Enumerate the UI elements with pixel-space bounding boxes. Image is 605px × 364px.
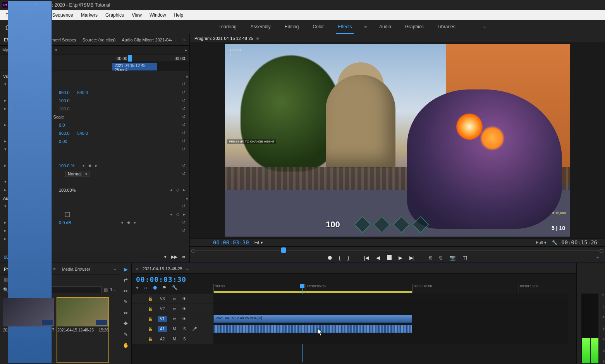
a2-mute[interactable]: M (172, 337, 177, 341)
af-v[interactable]: 0.00 (59, 139, 67, 144)
ec-play-icon[interactable]: ▸ (185, 48, 187, 53)
a2-lock-icon[interactable]: 🔓 (148, 337, 153, 341)
anchor-y[interactable]: 540.0 (77, 131, 88, 136)
bypass-prev-kf[interactable]: ◂ (170, 212, 172, 217)
track-body-v1[interactable]: 2021-04-15 12-48-25.mp4 [V] (213, 314, 568, 324)
reset-uniform[interactable] (182, 114, 186, 119)
v2-eye-icon[interactable]: 👁 (182, 307, 187, 311)
workspace-learning[interactable]: Learning (217, 20, 238, 34)
workspace-effects[interactable]: Effects (336, 20, 353, 34)
menu-help[interactable]: Help (170, 12, 187, 18)
bypass-checkbox[interactable] (65, 212, 70, 217)
tab-audio-mixer[interactable]: Audio Clip Mixer: 2021-04- (122, 38, 172, 42)
a1-lock-icon[interactable]: 🔓 (148, 327, 153, 331)
stop-button[interactable] (387, 255, 392, 260)
opacity-prev-kf[interactable]: ◂ (82, 163, 84, 168)
track-body-v2[interactable] (213, 304, 568, 314)
twist-panner[interactable]: ▸ (3, 236, 8, 241)
track-a2[interactable]: A2 (158, 336, 167, 342)
v3-lock-icon[interactable]: 🔓 (148, 297, 153, 301)
workspace-editing[interactable]: Editing (283, 20, 301, 34)
pen-tool[interactable]: ✥ (122, 320, 129, 327)
opacity-add-kf[interactable]: ◆ (88, 163, 91, 168)
slip-tool[interactable]: ⇔ (122, 309, 129, 316)
reset-volume[interactable] (182, 204, 186, 209)
tl-settings-icon[interactable]: ⚑ (162, 285, 167, 290)
tl-link-icon[interactable]: ∩ (144, 285, 148, 290)
program-scrubber[interactable] (190, 247, 605, 253)
program-scrub-head[interactable] (281, 247, 286, 253)
workspace-assembly[interactable]: Assembly (249, 20, 272, 34)
menu-view[interactable]: View (128, 12, 146, 18)
new-bin-icon[interactable]: ▥ (104, 287, 108, 292)
menu-graphics[interactable]: Graphics (101, 12, 128, 18)
selection-tool[interactable]: ▶ (122, 266, 129, 273)
workspace-libraries[interactable]: Libraries (436, 20, 457, 34)
sequence-burger-icon[interactable]: ≡ (186, 266, 189, 271)
v2-sync[interactable]: ▭ (172, 307, 177, 311)
reset-rotation[interactable] (182, 122, 186, 127)
v1-eye-icon[interactable]: 👁 (182, 317, 187, 321)
type-tool[interactable]: ✋ (122, 342, 129, 349)
a2-solo[interactable]: S (182, 337, 187, 341)
track-body-v3[interactable] (213, 294, 568, 304)
position-x[interactable]: 960.0 (59, 90, 70, 95)
rotation-v[interactable]: 0.0 (59, 123, 65, 127)
timeline-ruler[interactable]: :00:00 00:00:05:00 00:00:10:00 00:00:15:… (213, 284, 568, 293)
ripple-tool[interactable]: ✂ (122, 287, 129, 294)
extract-icon[interactable]: ⎗ (439, 255, 442, 261)
level-add-kf[interactable]: ◆ (127, 220, 130, 225)
bypass-next-kf[interactable]: ▸ (183, 212, 186, 217)
speed-v[interactable]: 100.00% (59, 188, 76, 192)
reset-af[interactable] (182, 139, 186, 144)
ec-mini-playhead[interactable] (128, 55, 132, 62)
speed-add-kf[interactable]: ◇ (176, 187, 179, 192)
level-v[interactable]: 0.0 dB (59, 220, 71, 225)
step-back-icon[interactable]: ◀ (376, 255, 380, 261)
hand-tool[interactable]: ✎ (122, 331, 129, 338)
project-burger-icon[interactable]: ≡ (53, 267, 55, 271)
out-icon[interactable]: } (347, 255, 349, 261)
blend-mode-select[interactable]: Normal (65, 171, 89, 177)
workspace-audio[interactable]: Audio (378, 20, 393, 34)
v1-sync[interactable]: ▭ (172, 317, 177, 321)
v1-lock-icon[interactable]: 🔓 (148, 317, 153, 321)
reset-scale-width[interactable] (182, 106, 186, 111)
opacity-v[interactable]: 100.0 % (59, 163, 74, 168)
lift-icon[interactable]: ⎘ (429, 255, 432, 261)
ec-mini-ruler[interactable]: :00:00 00:00: (112, 55, 189, 62)
twist-motion[interactable]: ▾ (3, 82, 8, 87)
bin-item-clip[interactable]: 2021-04-15 12-48-2515:26 (57, 298, 108, 362)
program-zoom-select[interactable]: Fit ▾ (254, 240, 263, 245)
bypass-add-kf[interactable]: ◇ (176, 212, 179, 217)
program-res-select[interactable]: Full ▾ (536, 240, 547, 245)
reset-scale[interactable] (182, 98, 186, 103)
workspace-overflow-icon[interactable]: » (483, 25, 486, 29)
speed-next-kf[interactable]: ▸ (183, 187, 186, 192)
tl-wrench-icon[interactable]: 🔧 (172, 285, 178, 290)
reset-opacity-fx[interactable] (182, 147, 186, 152)
a1-solo[interactable]: S (182, 327, 187, 331)
video-clip[interactable]: 2021-04-15 12-48-25.mp4 [V] (213, 315, 412, 323)
program-burger-icon[interactable]: ≡ (256, 36, 259, 41)
timeline-timecode[interactable]: 00:00:03:30 (136, 275, 572, 283)
razor-tool[interactable]: ✎ (122, 298, 129, 305)
scrub-left-handle[interactable] (191, 249, 195, 253)
reset-opacity[interactable] (182, 163, 186, 168)
tab-media-browser[interactable]: Media Browser (62, 267, 90, 271)
scale-v[interactable]: 100.0 (59, 98, 70, 103)
ec-filter-icon[interactable]: ▾ (164, 254, 167, 259)
program-timecode-left[interactable]: 00:00:03:30 (213, 239, 249, 246)
reset-motion[interactable] (182, 82, 186, 87)
reset-position[interactable] (182, 90, 186, 95)
track-v2[interactable]: V2 (158, 306, 167, 312)
ec-clip-bar[interactable]: 2021-04-15 12-48-25.mp4 (112, 63, 157, 70)
tl-marker-icon[interactable]: ⬣ (153, 285, 157, 290)
twist-opacity[interactable]: ▾ (3, 147, 8, 152)
track-body-a2[interactable] (213, 334, 568, 344)
marker-icon[interactable]: ⬣ (328, 255, 332, 261)
compare-icon[interactable]: ◫ (462, 255, 467, 261)
twist-scale[interactable]: ▸ (3, 98, 8, 103)
v3-eye-icon[interactable]: 👁 (182, 297, 187, 301)
track-body-a1[interactable] (213, 324, 568, 334)
